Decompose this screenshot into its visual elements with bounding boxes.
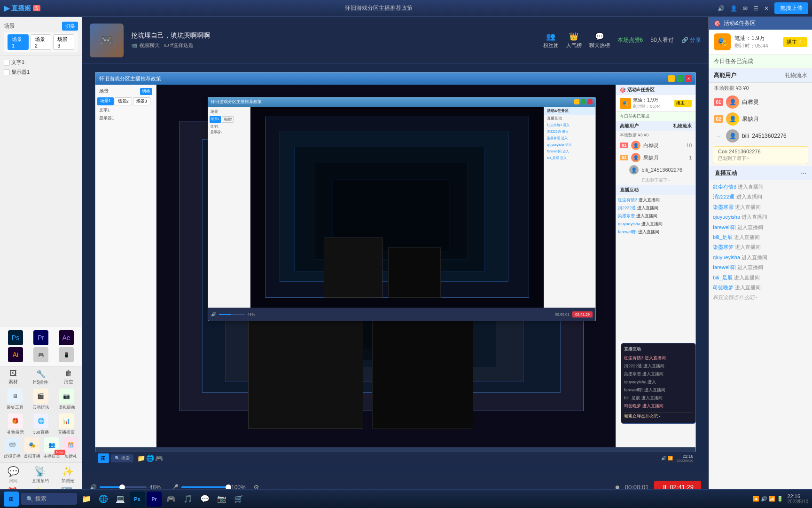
taskbar-app-pr[interactable]: Pr xyxy=(147,492,162,507)
chat-user-5: farewell阳 xyxy=(713,224,736,230)
volume-slider[interactable] xyxy=(100,486,147,488)
max-btn[interactable] xyxy=(677,75,683,82)
taskbar-app-terminal[interactable]: 💻 xyxy=(113,492,128,507)
tool-boost[interactable]: ✨ 加赠光 xyxy=(62,466,74,484)
inner-tab2[interactable]: 场景2 xyxy=(115,97,132,105)
tool-virtual-host[interactable]: 🎭 虚拟开播 xyxy=(23,437,40,460)
chat-action-10: 进入直播间 xyxy=(734,275,760,280)
search-icon: 🔍 xyxy=(26,496,33,502)
inner-tab3[interactable]: 场景3 xyxy=(133,97,150,105)
scene-tab-3[interactable]: 场景3 xyxy=(53,34,74,50)
tool-photoshop[interactable]: Ps xyxy=(4,330,27,345)
oil-amount: 笔油：1.9万 xyxy=(734,34,779,42)
tool-360[interactable]: 🌐 360直播 xyxy=(33,413,48,436)
deeper-max[interactable] xyxy=(581,99,586,104)
inner-search-bar[interactable]: 🔍 搜索 xyxy=(111,454,133,462)
tool-aftereffects[interactable]: Ae xyxy=(55,330,78,345)
source-checkbox-2[interactable] xyxy=(4,70,9,75)
inner-app-1[interactable]: 📁 xyxy=(137,454,145,462)
tool-premiere[interactable]: Pr xyxy=(29,330,53,345)
source-display1[interactable]: 显示器1 xyxy=(2,67,80,77)
taskbar-app-explorer[interactable]: 📁 xyxy=(79,492,94,507)
inner-chat-3: 染墨寒雪 进入直播间 xyxy=(618,212,694,220)
tool-ai[interactable]: Ai xyxy=(4,347,27,362)
menu-icon[interactable]: ☰ xyxy=(753,5,758,12)
switch-button[interactable]: 切换 xyxy=(62,22,78,31)
inner-rank-3: -- xyxy=(620,167,626,173)
tool-clear[interactable]: 🗑 清空 xyxy=(64,369,73,386)
chat-msg-11: 司徒晚梦 进入直播间 xyxy=(713,283,808,293)
source-text1[interactable]: 文字1 xyxy=(2,57,80,67)
taskbar-app-game[interactable]: 🎮 xyxy=(164,492,179,507)
chat-msg-4: qiuyueyisha 进入直播间 xyxy=(713,212,808,222)
rank-badge-2: 02 xyxy=(714,115,723,123)
tool-material[interactable]: 🖼 素材 xyxy=(8,369,18,386)
close-icon[interactable]: ✕ xyxy=(764,5,769,12)
gift-flow-tab[interactable]: 礼物流水 xyxy=(785,71,807,79)
tool-vote[interactable]: 📊 直播投票 xyxy=(58,413,75,436)
deeper-user2: 消2222通 进入 xyxy=(544,128,595,135)
taskbar-app-browser[interactable]: 🌐 xyxy=(96,492,111,507)
inner-tab1[interactable]: 场景1 xyxy=(97,97,114,105)
tool-extra1[interactable]: 🎮 xyxy=(29,347,53,362)
tool-h5[interactable]: 🔧 H5插件 xyxy=(33,369,49,386)
deeper-live-btn[interactable]: 02:41:29 xyxy=(572,311,593,318)
chat-user-11: 司徒晚梦 xyxy=(713,285,734,290)
user-avatar-1: 👤 xyxy=(726,95,739,109)
taskbar-app-store[interactable]: 🛒 xyxy=(231,492,246,507)
tag-video[interactable]: 📹 视频聊天 xyxy=(131,42,160,49)
close-window-btn[interactable]: ✕ xyxy=(685,75,692,82)
taskbar-app-chat[interactable]: 💬 xyxy=(197,492,212,507)
tool-host-meet[interactable]: 👥 主播庆会 New xyxy=(43,437,60,460)
deeper-min[interactable] xyxy=(574,99,579,104)
search-bar[interactable]: 🔍 搜索 xyxy=(21,493,77,505)
upload-button[interactable]: 拖拽上传 xyxy=(774,2,808,14)
chat-action-5: 进入直播间 xyxy=(737,224,763,230)
deeper-tab2[interactable]: 场景2 xyxy=(222,116,234,123)
deeper-user5: farewell阳 进入 xyxy=(544,148,595,155)
deeper-close[interactable] xyxy=(587,99,593,104)
bubble-user7: 司徒晚梦 进入直播间 xyxy=(624,402,693,410)
inner-app-3[interactable]: 🎮 xyxy=(155,454,163,462)
deeper-vol-bar[interactable] xyxy=(219,314,245,315)
inner-app-2[interactable]: 🌐 xyxy=(146,454,154,462)
mail-icon[interactable]: ✉ xyxy=(743,5,748,12)
top-bar-right: 🔊 👤 ✉ ☰ ✕ 拖拽上传 xyxy=(718,2,808,14)
tag-topic[interactable]: 🏷 #选择送题 xyxy=(164,42,194,49)
inner-time-display: 22:16 2023/5/10 xyxy=(677,454,694,463)
tool-reward[interactable]: 🎊 加赠礼 xyxy=(63,437,78,460)
chat-action-3: 进入直播间 xyxy=(735,204,761,210)
tool-animate[interactable]: 🎬 云动玩法 xyxy=(32,389,49,411)
tool-live-vr[interactable]: 🥽 虚拟开播 xyxy=(4,437,21,460)
start-button[interactable]: ⊞ xyxy=(4,492,19,507)
tool-chatroom[interactable]: 💬 房间 xyxy=(8,466,19,484)
scene-tab-2[interactable]: 场景2 xyxy=(31,34,52,50)
chat-expand-icon[interactable]: ⋯ xyxy=(801,170,806,177)
inner-start-btn[interactable]: ⊞ xyxy=(98,453,109,463)
source-checkbox-1[interactable] xyxy=(4,60,9,65)
share-button[interactable]: 🔗 分享 xyxy=(681,36,701,44)
avatar-icon[interactable]: 👤 xyxy=(730,5,737,12)
deeper-tab1[interactable]: 场景1 xyxy=(210,116,221,123)
stat-chat: 💬 聊天热榜 xyxy=(589,32,610,49)
deeper-vol-pct: 48% xyxy=(248,312,255,317)
inner-switch-btn[interactable]: 切换 xyxy=(140,88,152,95)
taskbar-app-photo[interactable]: 📷 xyxy=(214,492,229,507)
inner-user-2: 02 👤 果缺月 1 xyxy=(616,151,695,164)
tool-gift-display[interactable]: 🎁 礼物展示 xyxy=(7,413,24,436)
mic-slider[interactable] xyxy=(181,486,228,488)
min-btn[interactable] xyxy=(668,75,675,82)
deeper-text1: 文字1 xyxy=(210,124,249,129)
tool-extra2[interactable]: 📱 xyxy=(55,347,78,362)
inner-streamer-badge: 播主🌟 xyxy=(674,100,692,107)
scene-tab-1[interactable]: 场景1 xyxy=(8,34,29,50)
tool-capture-screen[interactable]: 🖥 采集工具 xyxy=(7,389,23,411)
chat-user-1: 红尘有情3 xyxy=(713,184,736,190)
inner-rank-2: 02 xyxy=(620,155,628,160)
taskbar-app-ps[interactable]: Ps xyxy=(130,492,145,507)
user-rank-2: 02 👤 果缺月 xyxy=(709,111,812,127)
tool-broadcast[interactable]: 📡 直播预约 xyxy=(32,466,49,484)
taskbar-app-media[interactable]: 🎵 xyxy=(180,492,195,507)
tool-virtual-cam[interactable]: 📷 虚拟摄像 xyxy=(58,389,75,411)
app-logo: ▶ 直播姬 5 xyxy=(4,4,40,13)
